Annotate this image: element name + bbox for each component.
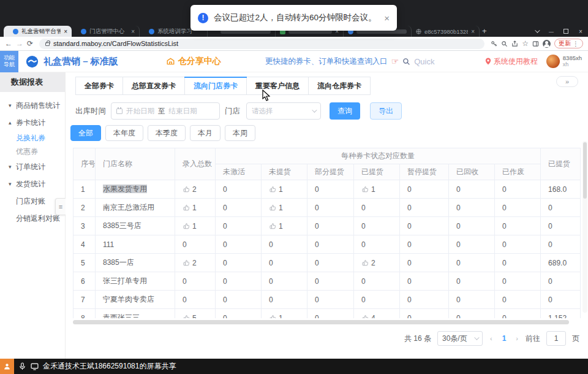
thumb-up-icon[interactable] <box>183 204 190 212</box>
thumb-up-icon[interactable] <box>183 259 190 267</box>
back-icon[interactable]: ← <box>5 40 12 47</box>
thumb-up-icon[interactable] <box>183 223 190 230</box>
tab-search-icon[interactable] <box>529 26 544 37</box>
browser-profile-avatar[interactable] <box>543 40 551 48</box>
caret-down-icon: ▾ <box>9 164 16 170</box>
user-avatar <box>546 55 560 68</box>
cell-content: 0 <box>269 277 307 286</box>
browser-tab[interactable]: 礼盒营销平台管理中心× <box>4 26 72 37</box>
page-size-select[interactable]: 30条/页 <box>437 331 483 346</box>
sidebar-collapse-handle[interactable]: ≡ <box>55 198 66 215</box>
cell-content: 0 <box>407 185 448 194</box>
forward-icon[interactable]: → <box>16 40 23 47</box>
warehouse-share-center-link[interactable]: 仓分享中心 <box>166 56 221 67</box>
thumb-up-icon[interactable] <box>269 223 276 230</box>
search-button[interactable]: 查询 <box>330 102 360 120</box>
cell-value: 0 <box>223 277 227 286</box>
cell-value: 0 <box>269 277 273 286</box>
expand-button[interactable]: » <box>556 76 578 87</box>
content-tab[interactable]: 重要客户信息 <box>247 77 309 94</box>
cell-value: 0 <box>361 222 366 231</box>
value-cell: 0 <box>262 291 307 309</box>
browser-tab[interactable]: e8c573980b1328a258fd2e6f8× <box>412 26 480 37</box>
content-tab[interactable]: 流向门店券卡 <box>185 77 247 94</box>
thumb-up-icon[interactable] <box>269 186 276 193</box>
toast-close-icon[interactable]: × <box>384 13 390 23</box>
date-range-input[interactable]: 开始日期 至 结束日期 <box>111 102 220 120</box>
new-tab-button[interactable]: + <box>482 26 487 36</box>
current-page[interactable]: 1 <box>500 334 509 343</box>
content-tab[interactable]: 流向仓库券卡 <box>309 77 370 94</box>
quick-search-icon[interactable] <box>402 58 410 66</box>
prev-page-button[interactable]: ‹ <box>489 335 494 342</box>
close-window-button[interactable]: × <box>573 26 588 37</box>
table-row: 4111000000000 <box>74 235 581 254</box>
cell-content: 0 <box>315 277 353 286</box>
close-icon[interactable]: × <box>471 28 475 35</box>
cell-content: 0 <box>407 314 448 319</box>
cell-content: 0 <box>223 204 261 212</box>
sidebar-item[interactable]: ▾发货统计 <box>0 175 65 193</box>
screen-share-icon <box>31 363 39 370</box>
value-cell: 0 <box>495 180 541 199</box>
sidebar-item[interactable]: ▾订单统计 <box>0 158 65 175</box>
sidebar-subitem[interactable]: 兑换礼券 <box>0 131 65 145</box>
password-key-icon[interactable] <box>491 40 497 47</box>
store-select[interactable]: 请选择 <box>246 102 321 120</box>
quick-entry-link[interactable]: 更快捷的券卡、订单和快递查询入口 ☞ Quick <box>265 56 435 67</box>
row-index-cell: 2 <box>74 199 96 217</box>
share-icon[interactable] <box>511 40 518 47</box>
close-icon[interactable]: × <box>131 28 135 35</box>
sidebar-item[interactable]: ▴券卡统计 <box>0 114 65 131</box>
minimize-button[interactable]: — <box>544 26 559 37</box>
quick-filter-button[interactable]: 本月 <box>190 125 221 141</box>
cell-value: 0 <box>502 277 507 286</box>
export-button[interactable]: 导出 <box>370 102 402 120</box>
browser-tab[interactable]: 门店管理中心× <box>72 26 140 37</box>
thumb-up-icon[interactable] <box>361 315 369 319</box>
side-panel-icon[interactable] <box>532 40 539 47</box>
cell-content: 0 <box>269 259 307 267</box>
thumb-up-icon[interactable] <box>361 259 369 267</box>
thumb-up-icon[interactable] <box>183 315 190 319</box>
cell-value: 0 <box>183 277 187 286</box>
maximize-button[interactable] <box>559 26 573 37</box>
url-bar[interactable]: standard.maboy.cn/CardFlowStatisticsList <box>39 39 484 49</box>
browser-update-button[interactable]: 更新 ⋮ <box>554 39 583 48</box>
thumb-up-icon[interactable] <box>269 204 276 212</box>
quick-filter-button[interactable]: 本年度 <box>105 125 143 141</box>
reload-icon[interactable]: ⟳ <box>27 40 33 47</box>
cell-content: 0 <box>456 259 494 267</box>
cell-content: 0 <box>223 296 261 304</box>
vertical-scrollbar[interactable] <box>582 141 587 313</box>
content-tab[interactable]: 全部券卡 <box>76 77 123 94</box>
browser-tab-label: e8c573980b1328a258fd2e6f8 <box>424 28 468 35</box>
thumb-up-icon[interactable] <box>361 186 369 193</box>
cell-content: 0 <box>456 204 494 212</box>
tutorial-link[interactable]: 系统使用教程 <box>485 56 538 67</box>
goto-page-input[interactable]: 1 <box>546 331 566 346</box>
function-nav-button[interactable]: 功能 导航 <box>0 51 18 72</box>
sidebar-item[interactable]: ▾商品销售统计 <box>0 97 65 114</box>
close-icon[interactable]: × <box>64 28 67 35</box>
quick-filter-button[interactable]: 本季度 <box>148 125 186 141</box>
menu-dots-icon[interactable]: ⋮ <box>573 40 579 47</box>
chevron-down-icon <box>474 335 479 340</box>
thumb-up-icon[interactable] <box>183 186 190 193</box>
bookmark-star-icon[interactable]: ☆ <box>522 40 529 47</box>
column-header: 序号 <box>74 148 96 180</box>
content-tab[interactable]: 总部直发券卡 <box>123 77 185 94</box>
share-center-label: 仓分享中心 <box>178 56 221 67</box>
horizontal-scrollbar[interactable] <box>73 320 569 324</box>
sidebar-subitem[interactable]: 优惠券 <box>0 145 65 158</box>
value-cell: 0 <box>400 291 449 309</box>
next-page-button[interactable]: › <box>514 335 519 342</box>
thumb-up-icon[interactable] <box>269 315 276 319</box>
cell-value: 0 <box>315 259 319 267</box>
user-menu[interactable]: 8385xh xh <box>546 55 582 68</box>
cell-content: 0 <box>315 259 353 267</box>
quick-filter-button[interactable]: 全部 <box>70 125 101 141</box>
cell-value: 0 <box>502 259 507 267</box>
quick-filter-button[interactable]: 本周 <box>225 125 255 141</box>
zoom-icon[interactable] <box>501 40 508 47</box>
